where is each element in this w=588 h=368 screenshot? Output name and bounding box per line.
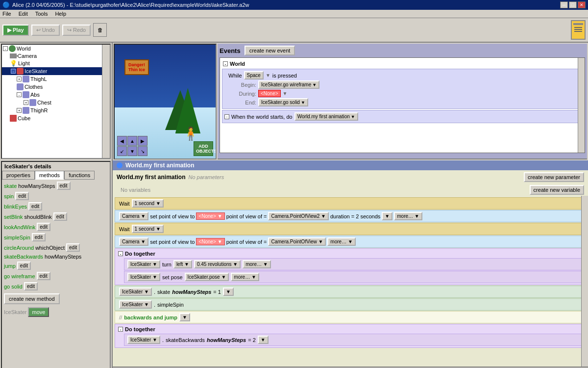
move-button[interactable]: move — [28, 307, 49, 317]
iceskater-skate-chip[interactable]: IceSkater ▼ — [119, 288, 152, 296]
edit-jump[interactable]: edit — [17, 262, 31, 270]
iceskater-chip-pose[interactable]: IceSkater ▼ — [127, 273, 160, 281]
create-event-button[interactable]: create new event — [245, 46, 295, 55]
events-scrollbar[interactable] — [578, 58, 585, 153]
more-chip-2[interactable]: more… ▼ — [231, 273, 259, 281]
method-blinkeyes[interactable]: blinkEyes — [4, 204, 27, 210]
edit-simplespin[interactable]: edit — [32, 233, 46, 241]
expand-chest[interactable]: + — [24, 100, 28, 105]
tree-item-chest[interactable]: + Chest — [2, 99, 110, 106]
menu-help[interactable]: Help — [55, 11, 66, 17]
camera-none-1[interactable]: <None> ▼ — [196, 212, 224, 220]
nav-up[interactable]: ▲ — [127, 136, 137, 146]
method-skatebackwards[interactable]: skateBackwards — [4, 254, 43, 260]
while-arrow[interactable]: ▼ — [266, 73, 270, 78]
expand-abs[interactable]: - — [17, 92, 22, 97]
undo-button[interactable]: ↩ Undo — [31, 25, 60, 36]
edit-gowireframe[interactable]: edit — [37, 272, 50, 280]
expand-thighl[interactable]: + — [17, 77, 22, 81]
begin-method-chip[interactable]: IceSkater.go wireframe ▼ — [258, 80, 319, 89]
edit-spin[interactable]: edit — [15, 192, 29, 200]
nav-down-left[interactable]: ↙ — [117, 146, 127, 156]
wait-value-2[interactable]: 1 second ▼ — [132, 225, 164, 233]
tree-item-iceskater[interactable]: - IceSkater — [2, 67, 110, 75]
close-button[interactable]: ✕ — [578, 1, 586, 8]
camera-duration-chip-1[interactable]: ▼ — [382, 212, 392, 220]
code-scrollable[interactable]: Wait 1 second ▼ Camera ▼ set point of vi… — [113, 196, 588, 367]
redo-button[interactable]: ↪ Redo — [62, 25, 91, 36]
create-method-button[interactable]: create new method — [4, 293, 60, 304]
iceskater-chip-backwards[interactable]: IceSkater ▼ — [127, 336, 160, 344]
expand-thighr[interactable]: + — [17, 108, 22, 113]
tree-item-world[interactable]: - World — [2, 45, 110, 53]
code-scrollbar[interactable] — [581, 196, 588, 367]
wait-value-1[interactable]: 1 second ▼ — [132, 199, 164, 208]
expand-iceskater[interactable]: - — [11, 69, 16, 74]
nav-down[interactable]: ▼ — [127, 146, 137, 156]
camera-pov-2[interactable]: Camera.PointOfView ▼ — [268, 237, 326, 246]
tree-item-camera[interactable]: Camera — [2, 53, 110, 59]
menu-file[interactable]: File — [2, 11, 11, 17]
iceskater-chip-turn[interactable]: IceSkater ▼ — [127, 260, 160, 268]
skate-arrow[interactable]: ▼ — [223, 288, 234, 296]
camera-more-2[interactable]: more… ▼ — [327, 237, 355, 246]
method-setblink[interactable]: setBlink — [4, 214, 23, 220]
method-circlearound[interactable]: circleAround — [4, 245, 34, 251]
camera-none-2[interactable]: <None> ▼ — [196, 238, 224, 245]
nav-right[interactable]: ▶ — [138, 136, 147, 146]
play-button[interactable]: ▶ Play — [2, 25, 29, 36]
method-gosolid[interactable]: go solid — [4, 284, 23, 289]
minimize-button[interactable]: ─ — [560, 1, 568, 8]
tree-item-cube[interactable]: Cube — [2, 114, 110, 122]
more-chip-1[interactable]: more… ▼ — [243, 260, 270, 268]
method-simplespin[interactable]: simpleSpin — [4, 235, 30, 240]
tree-item-clothes[interactable]: Clothes — [2, 83, 110, 91]
left-chip[interactable]: left ▼ — [173, 260, 192, 268]
edit-skate[interactable]: edit — [57, 182, 71, 190]
tree-scrollbar[interactable] — [102, 45, 110, 158]
menu-tools[interactable]: Tools — [35, 11, 48, 17]
tree-item-thighl[interactable]: + ThighL — [2, 75, 110, 83]
method-skate[interactable]: skate — [4, 183, 17, 189]
method-jump[interactable]: jump — [4, 263, 16, 269]
iceskater-simplespin-chip[interactable]: IceSkater ▼ — [119, 300, 152, 309]
end-method-chip[interactable]: IceSkater.go solid ▼ — [258, 98, 308, 106]
tree-item-thighr[interactable]: + ThighR — [2, 106, 110, 114]
tab-functions[interactable]: functions — [64, 171, 95, 180]
menu-edit[interactable]: Edit — [19, 11, 28, 17]
camera-pov-1[interactable]: Camera.PointOfView2 ▼ — [268, 212, 328, 220]
object-tree[interactable]: - World Camera 💡 Light - IceSkater — [1, 44, 111, 159]
trash-button[interactable]: 🗑 — [93, 23, 107, 37]
edit-lookandwink[interactable]: edit — [37, 223, 50, 231]
collapse-do-together-2[interactable]: - — [118, 327, 123, 332]
backwards-arrow[interactable]: ▼ — [258, 336, 269, 344]
create-var-button[interactable]: create new variable — [530, 185, 584, 195]
during-arrow[interactable]: ▼ — [283, 91, 288, 96]
collapse-world-events[interactable]: - — [223, 61, 228, 66]
method-lookandwink[interactable]: lookAndWink — [4, 224, 35, 230]
edit-circlearound[interactable]: edit — [66, 243, 80, 252]
collapse-event2[interactable]: - — [224, 114, 229, 119]
comment-arrow[interactable]: ▼ — [179, 313, 190, 321]
collapse-do-together-1[interactable]: - — [118, 251, 123, 256]
camera-chip-1[interactable]: Camera ▼ — [119, 212, 148, 220]
pose-chip[interactable]: IceSkater.pose ▼ — [185, 273, 229, 281]
method-gowireframe[interactable]: go wireframe — [4, 273, 35, 279]
create-param-button[interactable]: create new parameter — [524, 172, 584, 182]
nav-left[interactable]: ◀ — [117, 136, 127, 146]
camera-chip-2[interactable]: Camera ▼ — [119, 237, 148, 246]
tab-methods[interactable]: methods — [35, 171, 64, 180]
tree-item-light[interactable]: 💡 Light — [2, 59, 110, 67]
titlebar-controls[interactable]: ─ □ ✕ — [560, 1, 586, 8]
tab-properties[interactable]: properties — [2, 171, 35, 180]
edit-setblink[interactable]: edit — [53, 212, 67, 221]
method-spin[interactable]: spin — [4, 193, 14, 199]
edit-gosolid[interactable]: edit — [24, 282, 38, 290]
tree-item-abs[interactable]: - Abs — [2, 91, 110, 99]
add-objects-button[interactable]: ADDOBJECTS — [194, 141, 213, 156]
during-none-chip[interactable]: <None> — [258, 90, 281, 97]
world-starts-method[interactable]: World.my first animation ▼ — [294, 112, 358, 121]
space-key-btn[interactable]: Space — [244, 71, 264, 79]
edit-blinkeyes[interactable]: edit — [28, 202, 42, 210]
revolutions-chip[interactable]: 0.45 revolutions ▼ — [194, 260, 241, 268]
